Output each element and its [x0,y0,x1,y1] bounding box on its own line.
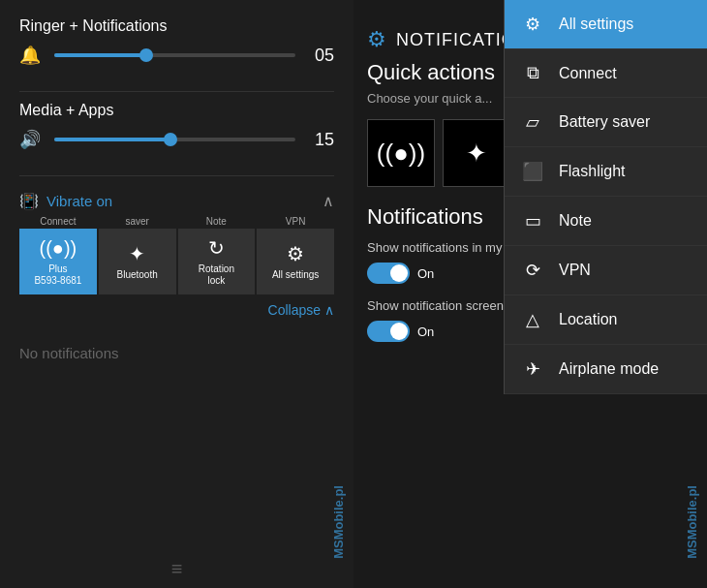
toggle1-track[interactable] [367,263,410,284]
menu-item-airplane[interactable]: ✈ Airplane mode [505,345,707,394]
menu-connect-label: Connect [559,65,617,82]
menu-airplane-label: Airplane mode [559,360,659,378]
toggle2-knob [390,323,408,340]
strip-tile-connect-text: PlusB593-8681 [34,263,81,287]
toggle2-track[interactable] [367,321,410,342]
strip-tile-connect[interactable]: ((●)) PlusB593-8681 [19,229,97,294]
menu-item-connect[interactable]: ⧉ Connect [505,49,707,98]
divider1 [19,91,334,92]
toggle2-label: On [417,325,434,339]
media-section: Media + Apps 🔊 15 [19,102,334,150]
strip-tile-bluetooth-text: Bluetooth [116,269,157,281]
wifi-tile-icon: ((●)) [40,237,77,260]
qa-tile-bluetooth[interactable]: ✦ [443,119,510,187]
menu-vpn-icon: ⟳ [520,260,545,281]
menu-flashlight-label: Flashlight [559,163,625,180]
menu-item-battery-saver[interactable]: ▱ Battery saver [505,98,707,147]
strip-labels: Connect saver Note VPN [19,216,334,227]
ringer-slider[interactable] [54,53,295,57]
qa-tile-wifi[interactable]: ((●)) [367,119,435,187]
menu-battery-label: Battery saver [559,113,650,131]
left-panel: Ringer + Notifications 🔔 05 Media + Apps… [0,0,354,588]
menu-flashlight-icon: ⬛ [520,161,545,182]
dropdown-menu: ⚙ All settings ⧉ Connect ▱ Battery saver… [504,0,707,394]
strip-tile-allsettings-text: All settings [272,269,319,281]
settings-tile-icon: ⚙ [287,242,304,265]
toggle1-label: On [417,266,434,281]
media-value: 15 [307,130,334,150]
divider2 [19,175,334,176]
vibrate-chevron[interactable]: ∧ [323,192,334,210]
media-label: Media + Apps [19,102,334,119]
collapse-button[interactable]: Collapse ∧ [268,302,334,318]
menu-note-icon: ▭ [520,210,545,232]
toggle2-switch[interactable]: On [367,321,504,342]
no-notifications-text: No notifications [19,345,334,361]
menu-connect-icon: ⧉ [520,63,545,83]
menu-battery-icon: ▱ [520,111,545,133]
ringer-value: 05 [307,46,334,66]
menu-allsettings-label: All settings [559,15,633,33]
menu-location-label: Location [559,311,618,328]
collapse-row: Collapse ∧ [19,294,334,325]
strip-label-vpn: VPN [257,216,334,227]
menu-allsettings-icon: ⚙ [520,14,545,35]
menu-item-all-settings[interactable]: ⚙ All settings [505,0,707,49]
toggle1-knob [390,264,408,282]
strip-tile-bluetooth[interactable]: ✦ Bluetooth [99,229,176,294]
menu-location-icon: △ [520,309,545,330]
menu-item-location[interactable]: △ Location [505,295,707,345]
right-watermark: MSMobile.pl [685,485,699,559]
header-gear-icon[interactable]: ⚙ [367,27,386,52]
ringer-label: Ringer + Notifications [19,17,334,35]
bottom-bar: ≡ [171,558,183,580]
strip-label-note: Note [178,216,256,227]
speaker-icon: 🔊 [19,129,43,150]
ringer-section: Ringer + Notifications 🔔 05 [19,17,334,66]
right-panel: ▌▌▌ ▲ ▬ 3:30 ⚙ NOTIFICATION Quick action… [354,0,707,588]
menu-item-vpn[interactable]: ⟳ VPN [505,246,707,295]
strip-tile-rotation[interactable]: ↻ Rotationlock [178,229,256,294]
qa-bluetooth-icon: ✦ [466,139,487,169]
collapse-chevron-icon: ∧ [324,302,334,318]
menu-airplane-icon: ✈ [520,358,545,380]
quick-strip: ((●)) PlusB593-8681 ✦ Bluetooth ↻ Rotati… [19,229,334,294]
menu-item-note[interactable]: ▭ Note [505,197,707,246]
rotation-tile-icon: ↻ [208,236,225,260]
strip-tile-allsettings[interactable]: ⚙ All settings [257,229,334,294]
toggle2-text: Show notification screen [367,297,504,315]
ringer-row: 🔔 05 [19,45,334,66]
toggle2-column: Show notification screen On [367,297,504,342]
vibrate-label: 📳 Vibrate on [19,192,112,210]
strip-tile-rotation-text: Rotationlock [199,263,234,287]
media-row: 🔊 15 [19,129,334,150]
menu-vpn-label: VPN [559,262,591,279]
strip-label-connect: Connect [19,216,97,227]
strip-label-saver: saver [99,216,176,227]
vibrate-icon: 📳 [19,192,39,210]
bottom-bar-icon: ≡ [171,558,183,579]
menu-note-label: Note [559,212,592,230]
left-watermark: MSMobile.pl [331,485,346,559]
menu-item-flashlight[interactable]: ⬛ Flashlight [505,147,707,197]
bell-icon: 🔔 [19,45,43,66]
vibrate-row[interactable]: 📳 Vibrate on ∧ [19,186,334,216]
bluetooth-tile-icon: ✦ [129,242,145,265]
qa-wifi-icon: ((●)) [377,139,425,169]
media-slider[interactable] [54,138,295,141]
